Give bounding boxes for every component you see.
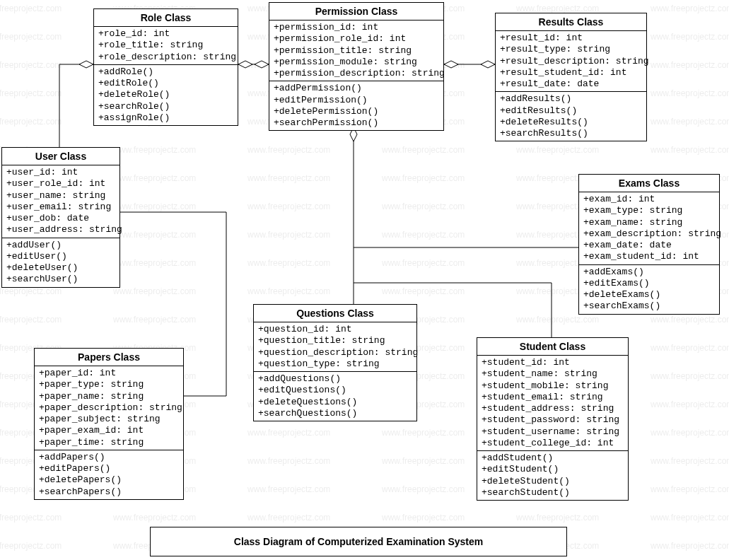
watermark-text: www.freeprojectz.com	[651, 456, 729, 466]
uml-line: +searchPapers()	[39, 486, 179, 498]
uml-line: +result_id: int	[500, 33, 642, 44]
uml-line: +student_username: string	[482, 426, 624, 438]
class-attrs: +user_id: int+user_role_id: int+user_nam…	[2, 165, 119, 238]
uml-line: +searchRole()	[98, 101, 233, 112]
uml-line: +editStudent()	[482, 464, 624, 475]
watermark-text: www.freeprojectz.com	[651, 315, 729, 325]
uml-line: +question_description: string	[258, 347, 412, 358]
uml-line: +user_address: string	[6, 224, 115, 235]
uml-line: +permission_description: string	[274, 68, 439, 79]
uml-line: +exam_name: string	[583, 217, 715, 228]
watermark-text: www.freeprojectz.com	[0, 513, 62, 523]
uml-line: +question_id: int	[258, 324, 412, 335]
svg-marker-8	[79, 61, 93, 68]
class-role: Role Class +role_id: int+role_title: str…	[93, 8, 238, 126]
class-title: Role Class	[94, 9, 238, 27]
class-title: Results Class	[496, 13, 646, 31]
uml-line: +editPapers()	[39, 463, 179, 474]
watermark-text: www.freeprojectz.com	[247, 258, 330, 268]
watermark-text: www.freeprojectz.com	[382, 202, 465, 211]
uml-line: +user_dob: date	[6, 213, 115, 224]
uml-line: +paper_type: string	[39, 379, 179, 390]
class-attrs: +question_id: int+question_title: string…	[254, 322, 416, 372]
uml-line: +user_name: string	[6, 190, 115, 202]
class-attrs: +result_id: int+result_type: string+resu…	[496, 31, 646, 92]
watermark-text: www.freeprojectz.com	[651, 541, 729, 551]
watermark-text: www.freeprojectz.com	[0, 286, 62, 296]
uml-line: +paper_subject: string	[39, 414, 179, 425]
uml-line: +user_email: string	[6, 202, 115, 213]
uml-line: +exam_date: date	[583, 240, 715, 251]
watermark-text: www.freeprojectz.com	[0, 117, 62, 127]
uml-line: +deleteStudent()	[482, 476, 624, 487]
class-ops: +addPermission()+editPermission()+delete…	[269, 81, 443, 130]
svg-marker-4	[444, 61, 458, 68]
uml-line: +paper_name: string	[39, 391, 179, 402]
watermark-text: www.freeprojectz.com	[247, 202, 330, 211]
class-ops: +addQuestions()+editQuestions()+deleteQu…	[254, 372, 416, 421]
uml-line: +searchUser()	[6, 274, 115, 285]
watermark-text: www.freeprojectz.com	[516, 315, 599, 325]
uml-line: +permission_module: string	[274, 57, 439, 68]
watermark-text: www.freeprojectz.com	[247, 428, 330, 438]
uml-line: +exam_description: string	[583, 228, 715, 240]
class-ops: +addRole()+editRole()+deleteRole()+searc…	[94, 65, 238, 125]
class-ops: +addPapers()+editPapers()+deletePapers()…	[35, 450, 183, 499]
watermark-text: www.freeprojectz.com	[382, 173, 465, 183]
class-ops: +addStudent()+editStudent()+deleteStuden…	[477, 451, 628, 500]
watermark-text: www.freeprojectz.com	[113, 145, 196, 155]
watermark-text: www.freeprojectz.com	[516, 145, 599, 155]
uml-line: +searchPermission()	[274, 117, 439, 129]
class-attrs: +student_id: int+student_name: string+st…	[477, 356, 628, 451]
uml-line: +deleteQuestions()	[258, 397, 412, 408]
uml-line: +paper_time: string	[39, 437, 179, 448]
watermark-text: www.freeprojectz.com	[651, 145, 729, 155]
uml-line: +searchResults()	[500, 128, 642, 139]
watermark-text: www.freeprojectz.com	[113, 315, 196, 325]
uml-line: +deleteExams()	[583, 289, 715, 301]
class-title: Permission Class	[269, 3, 443, 21]
uml-line: +editRole()	[98, 78, 233, 89]
watermark-text: www.freeprojectz.com	[651, 88, 729, 98]
uml-line: +addRole()	[98, 66, 233, 78]
uml-line: +deleteRole()	[98, 89, 233, 100]
watermark-text: www.freeprojectz.com	[651, 371, 729, 381]
uml-line: +student_mobile: string	[482, 380, 624, 392]
uml-line: +result_description: string	[500, 56, 642, 67]
watermark-text: www.freeprojectz.com	[651, 513, 729, 523]
uml-line: +student_name: string	[482, 368, 624, 380]
class-title: Exams Class	[579, 175, 719, 192]
uml-line: +exam_id: int	[583, 194, 715, 205]
uml-line: +addQuestions()	[258, 373, 412, 385]
uml-line: +student_email: string	[482, 392, 624, 403]
watermark-text: www.freeprojectz.com	[247, 173, 330, 183]
class-title: Student Class	[477, 338, 628, 356]
uml-line: +permission_title: string	[274, 45, 439, 57]
uml-line: +paper_description: string	[39, 402, 179, 414]
uml-line: +addStudent()	[482, 453, 624, 464]
watermark-text: www.freeprojectz.com	[651, 32, 729, 42]
class-user: User Class +user_id: int+user_role_id: i…	[1, 147, 120, 288]
watermark-text: www.freeprojectz.com	[113, 230, 196, 240]
class-ops: +addResults()+editResults()+deleteResult…	[496, 92, 646, 141]
uml-line: +assignRole()	[98, 112, 233, 124]
uml-line: +result_date: date	[500, 78, 642, 90]
watermark-text: www.freeprojectz.com	[651, 117, 729, 127]
watermark-text: www.freeprojectz.com	[247, 484, 330, 494]
watermark-text: www.freeprojectz.com	[382, 456, 465, 466]
watermark-text: www.freeprojectz.com	[113, 513, 196, 523]
class-attrs: +exam_id: int+exam_type: string+exam_nam…	[579, 192, 719, 265]
uml-line: +role_id: int	[98, 28, 233, 40]
uml-line: +permission_id: int	[274, 22, 439, 33]
class-attrs: +role_id: int+role_title: string+role_de…	[94, 27, 238, 65]
uml-line: +searchQuestions()	[258, 408, 412, 419]
uml-line: +addPapers()	[39, 452, 179, 463]
uml-line: +editExams()	[583, 278, 715, 289]
watermark-text: www.freeprojectz.com	[247, 145, 330, 155]
class-permission: Permission Class +permission_id: int+per…	[269, 2, 444, 131]
watermark-text: www.freeprojectz.com	[0, 32, 62, 42]
watermark-text: www.freeprojectz.com	[382, 428, 465, 438]
watermark-text: www.freeprojectz.com	[0, 541, 62, 551]
watermark-text: www.freeprojectz.com	[0, 88, 62, 98]
diagram-caption: Class Diagram of Computerized Examinatio…	[150, 527, 567, 556]
